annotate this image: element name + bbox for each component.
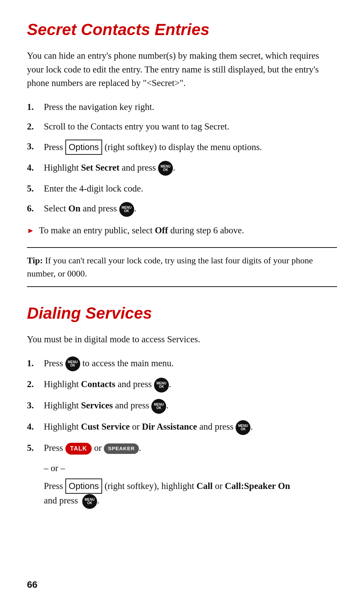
speaker-button: SPEAKER <box>104 443 139 454</box>
step-num-1-3: 3. <box>27 140 34 153</box>
step-text-2-5-before: Press <box>44 443 63 453</box>
step-text-1-6-before: Select <box>44 203 66 213</box>
step-num-2-4: 4. <box>27 420 34 434</box>
step-2-4: 4. Highlight Cust Service or Dir Assista… <box>27 420 337 435</box>
step-1-4: 4. Highlight Set Secret and press MENUOK… <box>27 161 337 176</box>
step-bold-2-2: Contacts <box>81 379 115 389</box>
step-bold-1-6: On <box>68 203 81 213</box>
step-2-1: 1. Press MENUOK to access the main menu. <box>27 356 337 372</box>
step-text-1-6-mid2: and press <box>83 203 117 213</box>
step-num-1-6: 6. <box>27 202 34 215</box>
bullet-arrow-icon: ► <box>27 225 34 236</box>
step-text-2-1-after: to access the main menu. <box>83 358 174 368</box>
cont-end: and press <box>44 495 78 505</box>
menu-btn-label-2-4: MENUOK <box>238 424 248 431</box>
step-text-1-3-after: (right softkey) to display the menu opti… <box>104 142 262 152</box>
cont-bold1: Call <box>196 481 213 491</box>
options-button-1: Options <box>65 140 102 155</box>
cont-bold2: Call:Speaker On <box>225 481 290 491</box>
step-text-2-1-before: Press <box>44 358 63 368</box>
step-text-2-4-before: Highlight <box>44 422 79 432</box>
continuation-text: Press Options (right softkey), highlight… <box>27 479 337 509</box>
menu-ok-btn-2-1: MENUOK <box>65 356 80 371</box>
step-text-1-4-mid2: and press <box>122 163 156 173</box>
tip-box: Tip: If you can't recall your lock code,… <box>27 247 337 287</box>
step-text-1-2: Scroll to the Contacts entry you want to… <box>44 121 229 132</box>
cont-or2: or <box>215 481 223 491</box>
step-num-1-5: 5. <box>27 182 34 196</box>
step-1-6: 6. Select On and press MENUOK . <box>27 202 337 217</box>
step-2-2: 2. Highlight Contacts and press MENUOK . <box>27 377 337 393</box>
menu-btn-label-1-6: MENUOK <box>122 206 131 213</box>
bullet-text: To make an entry public, select Off duri… <box>39 224 244 237</box>
step-2-5: 5. Press TALK or SPEAKER. <box>27 441 337 455</box>
step-num-2-2: 2. <box>27 377 34 391</box>
menu-ok-btn-2-4: MENUOK <box>236 420 250 435</box>
step-text-2-3-before: Highlight <box>44 400 79 410</box>
step-text-2-4-mid2b: and press <box>200 422 234 432</box>
page-number: 66 <box>27 579 37 590</box>
tip-text: If you can't recall your lock code, try … <box>27 256 313 279</box>
step-1-1: 1. Press the navigation key right. <box>27 100 337 114</box>
step-num-1-4: 4. <box>27 161 34 175</box>
menu-ok-btn-2-2: MENUOK <box>154 378 169 393</box>
step-num-1-1: 1. <box>27 100 34 114</box>
step-text-2-2-mid2: and press <box>118 379 152 389</box>
section1-bullet: ► To make an entry public, select Off du… <box>27 224 337 237</box>
cont-before: Press <box>44 481 63 491</box>
step-1-3: 3. Press Options (right softkey) to disp… <box>27 140 337 155</box>
menu-ok-btn-1-4: MENUOK <box>158 161 173 176</box>
step-text-1-1: Press the navigation key right. <box>44 102 154 112</box>
menu-btn-label-cont: MENUOK <box>85 498 94 505</box>
step-text-1-5: Enter the 4-digit lock code. <box>44 183 143 194</box>
section1-intro: You can hide an entry's phone number(s) … <box>27 49 337 90</box>
step-num-1-2: 2. <box>27 120 34 134</box>
menu-btn-label-2-3: MENUOK <box>154 403 164 410</box>
cont-after: (right softkey), highlight <box>104 481 194 491</box>
step-text-2-3-mid2: and press <box>115 400 149 410</box>
tip-label: Tip: <box>27 256 43 265</box>
menu-btn-label-2-1: MENUOK <box>68 360 78 367</box>
options-button-2: Options <box>65 479 102 494</box>
step-2-3: 3. Highlight Services and press MENUOK . <box>27 399 337 414</box>
section1-title: Secret Contacts Entries <box>27 20 337 39</box>
section2-intro: You must be in digital mode to access Se… <box>27 333 337 346</box>
step-text-1-3-before: Press <box>44 142 63 152</box>
menu-btn-label-1-4: MENUOK <box>160 165 170 172</box>
menu-ok-btn-2-3: MENUOK <box>151 399 166 414</box>
section1-steps-list: 1. Press the navigation key right. 2. Sc… <box>27 100 337 217</box>
bullet-bold: Off <box>155 225 168 235</box>
step-num-2-5: 5. <box>27 441 34 455</box>
step-bold-1-4: Set Secret <box>81 163 119 173</box>
section2-title: Dialing Services <box>27 304 337 322</box>
menu-ok-btn-cont: MENUOK <box>82 494 97 509</box>
step-bold1-2-4: Cust Service <box>81 422 130 432</box>
step-num-2-1: 1. <box>27 356 34 370</box>
step-text-2-5-mid: or <box>94 443 102 453</box>
menu-btn-label-2-2: MENUOK <box>156 382 166 388</box>
step-1-2: 2. Scroll to the Contacts entry you want… <box>27 120 337 134</box>
bullet-text-after: during step 6 above. <box>170 225 244 235</box>
section2-steps-list: 1. Press MENUOK to access the main menu.… <box>27 356 337 455</box>
step-text-2-4-mid1b: or <box>132 422 140 432</box>
step-bold2-2-4: Dir Assistance <box>142 422 197 432</box>
menu-ok-btn-1-6: MENUOK <box>119 202 134 217</box>
step-text-1-4-before: Highlight <box>44 163 79 173</box>
bullet-text-before: To make an entry public, select <box>39 225 153 235</box>
step-text-2-2-before: Highlight <box>44 379 79 389</box>
or-line: – or – <box>27 461 337 475</box>
talk-button: TALK <box>65 443 92 455</box>
step-bold-2-3: Services <box>81 400 113 410</box>
step-num-2-3: 3. <box>27 399 34 412</box>
step-1-5: 5. Enter the 4-digit lock code. <box>27 182 337 196</box>
